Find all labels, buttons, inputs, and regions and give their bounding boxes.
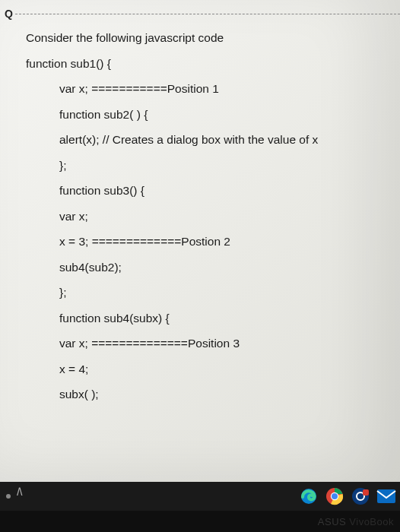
brand-asus: ASUS: [318, 516, 346, 527]
code-line: function sub3() {: [26, 185, 392, 197]
settings-badge-icon[interactable]: [350, 486, 371, 507]
code-line: var x; ==============Position 3: [26, 337, 392, 350]
dot-icon: [6, 494, 11, 499]
code-line: x = 3; =============Postion 2: [26, 236, 392, 248]
question-content: Consider the following javascript code f…: [26, 32, 392, 414]
taskbar-left: ^: [0, 489, 23, 503]
edge-icon[interactable]: [298, 486, 319, 507]
code-line: var x; ===========Position 1: [26, 83, 392, 95]
code-line: };: [26, 160, 392, 172]
code-line: function sub1() {: [26, 58, 392, 70]
code-line: var x;: [26, 211, 392, 223]
code-line: sub4(sub2);: [26, 261, 392, 274]
code-line: alert(x); // Creates a dialog box with t…: [26, 134, 392, 146]
brand-vivobook: VivoBook: [346, 516, 394, 527]
laptop-bezel: ASUS VivoBook: [0, 511, 400, 532]
mail-icon[interactable]: [376, 486, 397, 507]
taskbar-right: [298, 486, 400, 507]
laptop-brand: ASUS VivoBook: [318, 516, 394, 527]
show-hidden-icons[interactable]: ^: [17, 484, 23, 508]
code-line: subx( );: [26, 388, 392, 401]
svg-rect-6: [363, 489, 369, 496]
svg-point-3: [332, 493, 338, 499]
code-line: function sub2( ) {: [26, 109, 392, 121]
code-line: function sub4(subx) {: [26, 312, 392, 325]
question-prefix: Q: [5, 8, 13, 20]
chrome-icon[interactable]: [324, 486, 345, 507]
windows-taskbar[interactable]: ^: [0, 482, 400, 511]
code-block: function sub1() { var x; ===========Posi…: [26, 58, 392, 401]
svg-rect-7: [377, 489, 395, 503]
document-page: Q Consider the following javascript code…: [0, 0, 400, 494]
code-line: x = 4;: [26, 363, 392, 375]
header-dashed-rule: [15, 14, 400, 15]
code-line: };: [26, 287, 392, 299]
question-intro: Consider the following javascript code: [26, 32, 392, 44]
